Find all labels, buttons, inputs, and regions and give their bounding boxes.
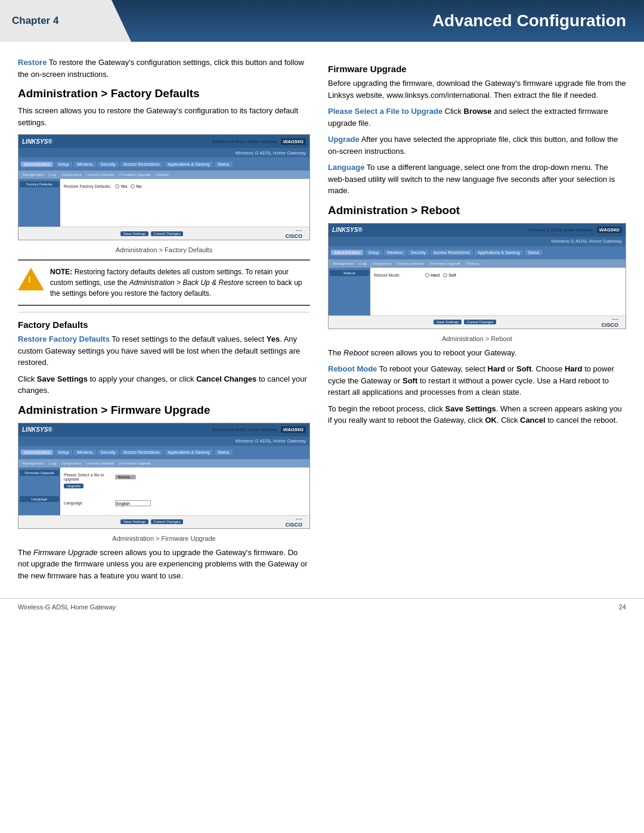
fw-select-text: Click	[442, 107, 463, 116]
ss-fw-nav-apps[interactable]: Applications & Gaming	[165, 450, 213, 455]
ss-rb-cancel-btn[interactable]: Cancel Changes	[464, 320, 496, 324]
ss-fw-content: Firmware Upgrade Language Please Select …	[18, 467, 309, 515]
page-header: Chapter 4 Advanced Configuration	[0, 0, 644, 42]
ss-rb-product-text: Wireless G ADSL Home Gateway	[551, 239, 622, 244]
ss-fw-nav-status[interactable]: Status	[215, 450, 233, 455]
chapter-label: Chapter 4	[0, 0, 131, 42]
cancel-changes-bold: Cancel Changes	[196, 374, 256, 383]
soft-bold2: Soft	[402, 376, 417, 385]
reboot-mode-text3: . Choose	[531, 364, 565, 373]
ss-upgrade-btn[interactable]: Upgrade	[64, 484, 83, 488]
ss-rb-nav-status[interactable]: Status	[525, 250, 543, 255]
ss-header: LINKSYS® Wireless G ADSL Home Gateway WA…	[18, 135, 309, 148]
ss-sub-5: | Firmware Upgrade	[117, 173, 152, 176]
factory-caption: Administration > Factory Defaults	[18, 246, 310, 253]
ss-rb-nav-access[interactable]: Access Restrictions	[431, 250, 473, 255]
reboot-begin-p: To begin the reboot process, click Save …	[328, 403, 626, 426]
ss-fw-nav-setup[interactable]: Setup	[55, 450, 72, 455]
ss-sub-3: | Diagnostics	[59, 173, 83, 176]
soft-bold: Soft	[516, 364, 531, 373]
ss-rb-nav-admin[interactable]: Administration	[331, 250, 363, 255]
ss-nav-admin[interactable]: Administration	[21, 162, 53, 167]
ss-rb-nav-security[interactable]: Security	[408, 250, 429, 255]
ss-rb-sub-5: | Firmware Upgrade	[427, 262, 462, 265]
ss-nav: Administration Setup Wireless Security A…	[18, 157, 309, 171]
ss-footer: Save Settings Cancel Changes ····· CISCO	[18, 227, 309, 240]
restore-factory-text: To reset settings to the default values,…	[110, 335, 267, 343]
reboot-mode-text2: or	[505, 364, 516, 373]
ss-rb-sub-nav: Management | Log | Diagnostics | Factory…	[329, 259, 626, 268]
ss-product-text: Wireless G ADSL Home Gateway	[235, 150, 306, 156]
ss-cancel-btn[interactable]: Cancel Changes	[151, 231, 183, 236]
ss-nav-status[interactable]: Status	[215, 162, 233, 167]
ss-rb-cisco: Wireless G ADSL Home Gateway WAG54G	[528, 227, 622, 233]
hard-bold: Hard	[488, 364, 506, 373]
restore-factory-keyword: Restore Factory Defaults	[18, 335, 110, 343]
ss-fw-header: LINKSYS® Wireless G ADSL Home Gateway WA…	[18, 423, 309, 436]
ss-no-text: No	[136, 184, 141, 188]
ss-rb-sub-2: | Log	[357, 262, 368, 265]
reboot-begin-text3: . Click	[497, 416, 520, 425]
ss-nav-wireless[interactable]: Wireless	[74, 162, 96, 167]
reboot-screenshot: LINKSYS® Wireless G ADSL Home Gateway WA…	[328, 223, 626, 329]
ss-fw-row1: Please Select a file to upgrade Browse..…	[64, 473, 306, 481]
fw-select-keyword: Please Select a File to Upgrade	[328, 107, 442, 116]
ss-rb-row-label: Reboot Mode:	[374, 273, 422, 277]
ss-footer-btns: Save Settings Cancel Changes	[120, 231, 183, 236]
ss-fw-sub-1: Management	[21, 462, 45, 465]
ss-sub-1: Management	[21, 173, 45, 176]
language-keyword: Language	[328, 163, 364, 172]
fw-upgrade-desc: Upgrade After you have selected the appr…	[328, 134, 626, 157]
ss-fw-nav-access[interactable]: Access Restrictions	[120, 450, 163, 455]
ss-fw-nav-admin[interactable]: Administration	[21, 450, 53, 455]
ss-nav-security[interactable]: Security	[98, 162, 119, 167]
reboot-intro-start: The	[328, 348, 343, 357]
ss-rb-footer-btns: Save Settings Cancel Changes	[434, 320, 496, 324]
ss-rb-nav-setup[interactable]: Setup	[365, 250, 382, 255]
browse-bold: Browse	[464, 107, 492, 116]
page-title: Advanced Configuration	[131, 0, 644, 42]
reboot-intro-text: screen allows you to reboot your Gateway…	[369, 348, 516, 357]
ss-fw-save-btn[interactable]: Save Settings	[120, 519, 148, 524]
ss-nav-access[interactable]: Access Restrictions	[120, 162, 163, 167]
restore-intro: Restore To restore the Gateway's configu…	[18, 57, 310, 80]
ss-fw-cisco-brand: CISCO	[285, 522, 302, 528]
ss-nav-apps[interactable]: Applications & Gaming	[165, 162, 213, 167]
ss-save-btn[interactable]: Save Settings	[120, 231, 148, 236]
ss-rb-sub-6: | Reboot	[463, 262, 481, 265]
ss-fw-sub-5: | Firmware Upgrade	[117, 462, 152, 465]
ss-fw-cancel-btn[interactable]: Cancel Changes	[151, 519, 183, 524]
ss-content: Factory Defaults Restore Factory Default…	[18, 179, 309, 227]
firmware-upgrade-heading: Administration > Firmware Upgrade	[18, 404, 310, 417]
ss-nav-setup[interactable]: Setup	[55, 162, 72, 167]
ss-product-bar: Wireless G ADSL Home Gateway	[18, 148, 309, 157]
reboot-intro-p: The Reboot screen allows you to reboot y…	[328, 347, 626, 359]
reboot-mode-p: Reboot Mode To reboot your Gateway, sele…	[328, 363, 626, 398]
cisco-brand: CISCO	[285, 233, 302, 239]
reboot-mode-keyword: Reboot Mode	[328, 364, 377, 373]
firmware-caption: Administration > Firmware Upgrade	[18, 535, 310, 542]
reboot-heading: Administration > Reboot	[328, 204, 626, 217]
ss-rb-hard-text: Hard	[431, 273, 439, 277]
restore-keyword: Restore	[18, 58, 47, 67]
ss-lang-input[interactable]: English	[115, 500, 151, 506]
ok-bold: OK	[485, 416, 497, 425]
hard-bold2: Hard	[565, 364, 583, 373]
ss-rb-nav-apps[interactable]: Applications & Gaming	[475, 250, 523, 255]
ss-fw-sidebar: Firmware Upgrade Language	[18, 467, 60, 515]
ss-fw-row2: Upgrade	[64, 484, 306, 488]
factory-sub-desc: Restore Factory Defaults To reset settin…	[18, 333, 310, 368]
ss-sidebar-factory: Factory Defaults	[20, 181, 59, 187]
ss-rb-cisco-brand: CISCO	[601, 322, 618, 328]
ss-browse-btn[interactable]: Browse...	[115, 475, 136, 479]
factory-sub-heading: Factory Defaults	[18, 320, 310, 330]
ss-rb-main: Reboot Mode: Hard Soft	[370, 268, 626, 315]
language-text: To use a different language, select one …	[328, 163, 615, 195]
ss-fw-nav-wireless[interactable]: Wireless	[74, 450, 96, 455]
ss-rb-sub-3: | Diagnostics	[369, 262, 393, 265]
ss-rb-save-btn[interactable]: Save Settings	[434, 320, 462, 324]
left-column: Restore To restore the Gateway's configu…	[18, 57, 310, 586]
ss-fw-nav-security[interactable]: Security	[98, 450, 119, 455]
ss-rb-nav-wireless[interactable]: Wireless	[384, 250, 406, 255]
ss-sidebar: Factory Defaults	[18, 179, 60, 227]
